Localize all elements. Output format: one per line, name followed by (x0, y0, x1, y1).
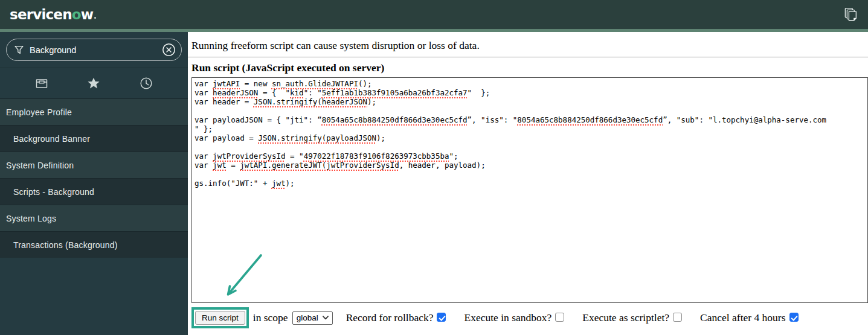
run-script-button[interactable]: Run script (195, 311, 245, 325)
checkbox-item: Cancel after 4 hours (700, 311, 798, 324)
nav-item-transactions-background[interactable]: Transactions (Background) (0, 231, 188, 258)
navigator-sidebar: Employee ProfileBackground BannerSystem … (0, 32, 188, 335)
filter-clear-icon[interactable] (161, 42, 176, 57)
checkbox-item: Execute in sandbox? (464, 311, 564, 324)
all-applications-box-icon[interactable] (34, 76, 49, 91)
logo-text-prefix: servicen (10, 7, 72, 22)
code-line: var header = JSON.stringify(headerJSON); (194, 97, 867, 106)
nav-item-label: Transactions (Background) (13, 240, 118, 250)
scope-select-value: global (297, 313, 318, 322)
execute-in-sandbox-checkbox[interactable] (555, 313, 564, 322)
section-divider (188, 57, 868, 57)
navigation-list: Employee ProfileBackground BannerSystem … (0, 98, 188, 258)
nav-item-system-definition[interactable]: System Definition (0, 152, 188, 178)
nav-item-label: System Definition (6, 161, 74, 170)
logo-trademark-dot (94, 17, 96, 19)
code-line: var jwtAPI = new sn_auth.GlideJWTAPI(); (194, 79, 867, 88)
nav-item-employee-profile[interactable]: Employee Profile (0, 98, 188, 125)
navigator-tabs (0, 68, 188, 98)
code-line: var jwt = jwtAPI.generateJWT(jwtProvider… (194, 161, 867, 170)
scope-select[interactable]: global (292, 311, 333, 325)
cancel-after-4-hours-checkbox[interactable] (789, 313, 799, 322)
app-window: servicenow (0, 0, 868, 335)
checkbox-label: Execute as scriptlet? (582, 311, 669, 324)
code-line (194, 170, 867, 179)
checkbox-group: Record for rollback?Execute in sandbox?E… (346, 311, 799, 324)
scope-label: in scope (253, 311, 288, 324)
nav-item-label: Employee Profile (6, 107, 72, 117)
checkbox-label: Record for rollback? (346, 311, 434, 324)
nav-item-scripts-background[interactable]: Scripts - Background (0, 178, 188, 205)
filter-input[interactable] (30, 45, 161, 55)
logo-green-o: o (72, 7, 81, 22)
filter-input-wrapper[interactable] (6, 39, 182, 61)
nav-item-label: Scripts - Background (13, 187, 94, 197)
script-editor[interactable]: var jwtAPI = new sn_auth.GlideJWTAPI();v… (191, 77, 868, 303)
app-header: servicenow (0, 0, 868, 29)
run-script-heading: Run script (JavaScript executed on serve… (191, 61, 868, 74)
code-line: var headerJSON = { "kid": "5eff1ab1b383f… (194, 88, 867, 97)
annotation-highlight-box: Run script (191, 307, 249, 328)
execute-as-scriptlet-checkbox[interactable] (673, 313, 682, 322)
logo-text-suffix: w (81, 7, 93, 22)
nav-item-label: System Logs (6, 214, 56, 223)
nav-item-system-logs[interactable]: System Logs (0, 205, 188, 231)
filter-funnel-icon (14, 45, 24, 54)
nav-item-label: Background Banner (13, 134, 90, 144)
code-line: gs.info("JWT:" + jwt); (194, 179, 867, 188)
scope-chevron-icon (323, 316, 329, 320)
favorites-star-icon[interactable] (86, 76, 101, 91)
checkbox-label: Execute in sandbox? (464, 311, 551, 324)
servicenow-logo: servicenow (10, 0, 96, 29)
main-content: Running freeform script can cause system… (188, 32, 868, 335)
warning-text: Running freeform script can cause system… (191, 39, 868, 53)
code-line: var payloadJSON = { "jti": “8054a65c8b88… (194, 115, 867, 124)
filter-navigator (0, 32, 188, 68)
code-line: var payload = JSON.stringify(payloadJSON… (194, 133, 867, 142)
nav-item-background-banner[interactable]: Background Banner (0, 125, 188, 152)
history-clock-icon[interactable] (139, 76, 153, 91)
controls-row: Run script in scope global Record for ro… (191, 307, 868, 328)
checkbox-label: Cancel after 4 hours (700, 311, 785, 324)
record-for-rollback-checkbox[interactable] (437, 313, 446, 322)
copy-pages-icon[interactable] (841, 5, 860, 24)
code-line (194, 106, 867, 115)
code-line (194, 142, 867, 152)
checkbox-item: Execute as scriptlet? (582, 311, 682, 324)
code-line: " }; (194, 124, 867, 133)
checkbox-item: Record for rollback? (346, 311, 446, 324)
code-line: var jwtProviderSysId = "497022f18783f910… (194, 152, 867, 161)
